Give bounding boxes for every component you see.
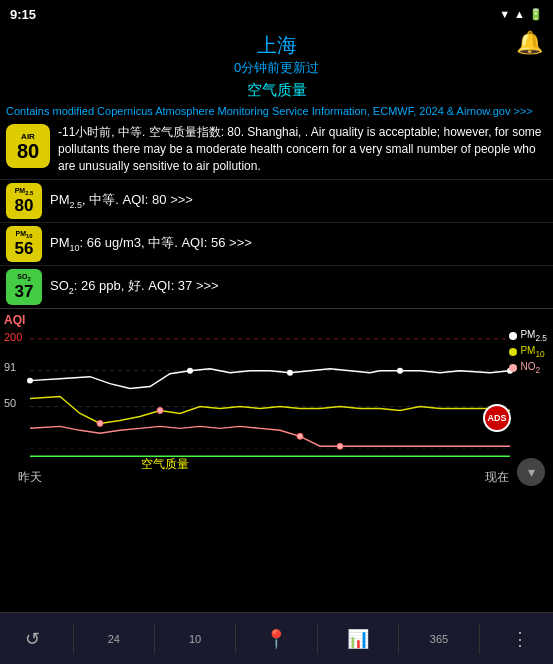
legend-no2: NO2 <box>509 361 547 375</box>
svg-point-11 <box>297 433 303 439</box>
chart-svg: 空气质量 <box>0 309 553 498</box>
city-name[interactable]: 上海 <box>0 32 553 59</box>
chart-200-label: 200 <box>4 331 22 343</box>
pm10-row[interactable]: PM10 56 PM10: 66 ug/m3, 中等. AQI: 56 >>> <box>0 222 553 265</box>
chart-legend: PM2.5 PM10 NO2 <box>509 329 547 375</box>
svg-point-12 <box>337 443 343 449</box>
legend-pm25: PM2.5 <box>509 329 547 343</box>
nav-divider-3 <box>235 624 236 654</box>
nav-24h-label: 24 <box>108 633 120 645</box>
legend-no2-label: NO2 <box>520 361 540 375</box>
nav-10days-label: 10 <box>189 633 201 645</box>
battery-icon: 🔋 <box>529 8 543 21</box>
pm10-badge: PM10 56 <box>6 226 42 262</box>
copyright-text[interactable]: Contains modified Copernicus Atmosphere … <box>0 102 553 120</box>
nav-refresh[interactable]: ↺ <box>8 613 58 664</box>
nav-chart[interactable]: 📊 <box>333 613 383 664</box>
pm25-badge: PM2.5 80 <box>6 183 42 219</box>
svg-point-9 <box>97 420 103 426</box>
nav-divider-5 <box>398 624 399 654</box>
svg-point-6 <box>187 367 193 373</box>
ads-text: ADS <box>487 413 506 423</box>
legend-pm25-label: PM2.5 <box>520 329 547 343</box>
pm25-text: PM2.5, 中等. AQI: 80 >>> <box>50 191 193 210</box>
legend-no2-dot <box>509 364 517 372</box>
header: 上海 0分钟前更新过 🔔 <box>0 28 553 79</box>
status-icons: ▼ ▲ 🔋 <box>499 8 543 21</box>
signal-icon: ▲ <box>514 8 525 20</box>
legend-pm10: PM10 <box>509 345 547 359</box>
so2-badge-num: 37 <box>15 283 34 300</box>
chart-area[interactable]: 空气质量 AQI 200 91 50 昨天 现在 PM2.5 PM10 NO2 … <box>0 308 553 498</box>
so2-row[interactable]: SO2 37 SO2: 26 ppb, 好. AQI: 37 >>> <box>0 265 553 308</box>
wifi-icon: ▼ <box>499 8 510 20</box>
status-bar: 9:15 ▼ ▲ 🔋 <box>0 0 553 28</box>
so2-text: SO2: 26 ppb, 好. AQI: 37 >>> <box>50 277 219 296</box>
legend-pm10-dot <box>509 348 517 356</box>
legend-pm10-label: PM10 <box>520 345 544 359</box>
svg-point-4 <box>27 377 33 383</box>
chart-91-label: 91 <box>4 361 16 373</box>
nav-365-label: 365 <box>430 633 448 645</box>
nav-10days[interactable]: 10 <box>170 613 220 664</box>
aqi-info-box: AIR 80 -11小时前, 中等. 空气质量指数: 80. Shanghai,… <box>0 120 553 178</box>
nav-location[interactable]: 📍 <box>251 613 301 664</box>
nav-divider-2 <box>154 624 155 654</box>
chart-icon: 📊 <box>347 628 369 650</box>
svg-point-7 <box>287 369 293 375</box>
nav-divider-6 <box>479 624 480 654</box>
chart-50-label: 50 <box>4 397 16 409</box>
svg-text:空气质量: 空气质量 <box>141 457 189 471</box>
pm10-text: PM10: 66 ug/m3, 中等. AQI: 56 >>> <box>50 234 252 253</box>
last-updated: 0分钟前更新过 <box>0 59 553 77</box>
bottom-nav: ↺ 24 10 📍 📊 365 ⋮ <box>0 612 553 664</box>
pm10-badge-num: 56 <box>15 240 34 257</box>
so2-badge: SO2 37 <box>6 269 42 305</box>
pm25-badge-num: 80 <box>15 197 34 214</box>
svg-point-10 <box>157 407 163 413</box>
nav-24h[interactable]: 24 <box>89 613 139 664</box>
nav-more[interactable]: ⋮ <box>495 613 545 664</box>
chart-yesterday-label: 昨天 <box>18 469 42 486</box>
notification-icon[interactable]: 🔔 <box>516 30 543 56</box>
aqi-main-badge[interactable]: AIR 80 <box>6 124 50 168</box>
more-icon: ⋮ <box>511 628 529 650</box>
air-quality-title: 空气质量 <box>0 79 553 102</box>
nav-365[interactable]: 365 <box>414 613 464 664</box>
nav-divider-1 <box>73 624 74 654</box>
aqi-description: -11小时前, 中等. 空气质量指数: 80. Shanghai, . Air … <box>58 124 547 174</box>
scroll-down-button[interactable]: ▾ <box>517 458 545 486</box>
svg-point-8 <box>397 367 403 373</box>
refresh-icon: ↺ <box>25 628 40 650</box>
legend-pm25-dot <box>509 332 517 340</box>
ads-badge[interactable]: ADS <box>483 404 511 432</box>
location-icon: 📍 <box>265 628 287 650</box>
time: 9:15 <box>10 7 36 22</box>
nav-divider-4 <box>317 624 318 654</box>
aqi-badge-number: 80 <box>17 141 39 161</box>
chart-now-label: 现在 <box>485 469 509 486</box>
pm25-row[interactable]: PM2.5 80 PM2.5, 中等. AQI: 80 >>> <box>0 179 553 222</box>
chart-aqi-label: AQI <box>4 313 25 327</box>
